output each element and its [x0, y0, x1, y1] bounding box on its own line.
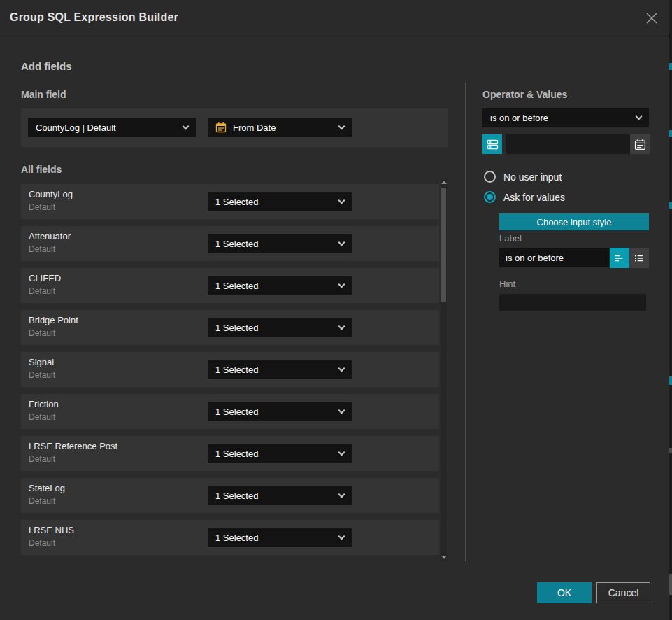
fields-list-scrollbar[interactable]	[441, 178, 447, 561]
field-subtitle: Default	[29, 412, 55, 422]
scroll-down-icon[interactable]	[441, 556, 447, 559]
field-selected-dropdown[interactable]: 1 Selected	[208, 234, 352, 253]
field-selected-dropdown-label: 1 Selected	[215, 197, 258, 207]
main-field-bar: CountyLog | Default From Date	[21, 108, 448, 147]
field-selected-dropdown[interactable]: 1 Selected	[208, 318, 352, 337]
field-subtitle: Default	[29, 454, 55, 464]
chevron-down-icon	[636, 113, 643, 120]
set-values-icon[interactable]	[482, 134, 502, 154]
field-selected-dropdown-label: 1 Selected	[215, 533, 258, 543]
scrollbar-thumb[interactable]	[441, 188, 446, 302]
chevron-down-icon	[338, 407, 345, 414]
panel-divider	[465, 83, 466, 561]
chevron-down-icon	[338, 491, 345, 498]
field-name: CLIFED	[29, 273, 61, 283]
radio-circle-icon	[484, 171, 496, 183]
field-subtitle: Default	[29, 202, 55, 212]
scroll-up-icon[interactable]	[441, 181, 447, 184]
all-fields-label: All fields	[21, 164, 62, 175]
field-subtitle: Default	[29, 370, 55, 380]
field-selected-dropdown[interactable]: 1 Selected	[208, 276, 352, 295]
dialog-title: Group SQL Expression Builder	[10, 11, 178, 24]
field-row: Friction Default 1 Selected	[21, 394, 439, 429]
field-selected-dropdown[interactable]: 1 Selected	[208, 528, 352, 547]
field-selected-dropdown[interactable]: 1 Selected	[208, 402, 352, 421]
field-selected-dropdown[interactable]: 1 Selected	[208, 444, 352, 463]
field-subtitle: Default	[29, 538, 55, 548]
field-name: Bridge Point	[29, 315, 78, 325]
chevron-down-icon	[338, 122, 345, 129]
field-selected-dropdown[interactable]: 1 Selected	[208, 360, 352, 379]
field-row: CLIFED Default 1 Selected	[21, 268, 439, 303]
field-row: CountyLog Default 1 Selected	[21, 184, 439, 219]
main-field-label: Main field	[21, 89, 66, 100]
field-selected-dropdown-label: 1 Selected	[215, 449, 258, 459]
label-input[interactable]	[499, 248, 609, 267]
field-name: Friction	[29, 399, 59, 409]
add-fields-heading: Add fields	[21, 60, 72, 72]
main-date-field-value: From Date	[233, 122, 276, 133]
field-subtitle: Default	[29, 496, 55, 506]
field-name: CountyLog	[29, 189, 73, 199]
cancel-button[interactable]: Cancel	[596, 582, 650, 603]
field-selected-dropdown[interactable]: 1 Selected	[208, 192, 352, 211]
radio-no-user-input-label: No user input	[503, 171, 562, 183]
field-row: LRSE NHS Default 1 Selected	[21, 520, 439, 555]
field-subtitle: Default	[29, 244, 55, 254]
field-selected-dropdown-label: 1 Selected	[215, 281, 258, 291]
group-sql-expression-builder-dialog: Group SQL Expression Builder Add fields …	[0, 0, 672, 620]
radio-ask-for-values-label: Ask for values	[503, 192, 565, 203]
align-left-icon[interactable]	[610, 248, 629, 268]
calendar-icon	[634, 139, 646, 150]
main-layer-dropdown[interactable]: CountyLog | Default	[28, 118, 196, 137]
main-layer-dropdown-value: CountyLog | Default	[36, 122, 116, 133]
background-sliver	[669, 0, 672, 620]
value-input[interactable]	[506, 134, 630, 154]
field-subtitle: Default	[29, 328, 55, 338]
main-date-field-dropdown[interactable]: From Date	[208, 118, 352, 137]
field-selected-dropdown[interactable]: 1 Selected	[208, 486, 352, 505]
radio-ask-for-values[interactable]: Ask for values	[484, 191, 565, 203]
dialog-titlebar: Group SQL Expression Builder	[0, 0, 669, 36]
chevron-down-icon	[338, 449, 345, 456]
hint-caption: Hint	[499, 279, 515, 289]
field-name: Attenuator	[29, 231, 71, 241]
chevron-down-icon	[338, 281, 345, 288]
field-selected-dropdown-label: 1 Selected	[215, 365, 258, 375]
field-row: Attenuator Default 1 Selected	[21, 226, 439, 261]
field-selected-dropdown-label: 1 Selected	[215, 239, 258, 249]
ok-button[interactable]: OK	[537, 582, 592, 603]
operator-dropdown[interactable]: is on or before	[482, 108, 649, 127]
field-selected-dropdown-label: 1 Selected	[215, 491, 258, 501]
chevron-down-icon	[338, 239, 345, 246]
chevron-down-icon	[183, 122, 190, 129]
chevron-down-icon	[338, 365, 345, 372]
all-fields-list: CountyLog Default 1 Selected Attenuator …	[21, 184, 439, 562]
field-name: Signal	[29, 357, 54, 367]
date-picker-button[interactable]	[630, 134, 650, 154]
chevron-down-icon	[338, 323, 345, 330]
field-row: StateLog Default 1 Selected	[21, 478, 439, 513]
field-name: LRSE NHS	[29, 525, 74, 535]
choose-input-style-button[interactable]: Choose input style	[499, 213, 649, 230]
radio-no-user-input[interactable]: No user input	[484, 171, 562, 183]
field-selected-dropdown-label: 1 Selected	[215, 407, 258, 417]
operator-dropdown-value: is on or before	[490, 113, 548, 123]
operator-values-title: Operator & Values	[482, 89, 567, 100]
field-subtitle: Default	[29, 286, 55, 296]
field-row: LRSE Reference Post Default 1 Selected	[21, 436, 439, 471]
hint-input[interactable]	[499, 294, 646, 311]
radio-selected-icon	[484, 191, 496, 203]
field-name: LRSE Reference Post	[29, 441, 117, 451]
field-row: Bridge Point Default 1 Selected	[21, 310, 439, 345]
field-name: StateLog	[29, 483, 65, 493]
field-selected-dropdown-label: 1 Selected	[215, 323, 258, 333]
chevron-down-icon	[338, 197, 345, 204]
label-caption: Label	[499, 233, 522, 244]
chevron-down-icon	[338, 533, 345, 540]
field-row: Signal Default 1 Selected	[21, 352, 439, 387]
bulleted-list-icon[interactable]	[629, 248, 649, 268]
close-icon[interactable]	[645, 12, 658, 24]
calendar-icon	[215, 122, 227, 133]
